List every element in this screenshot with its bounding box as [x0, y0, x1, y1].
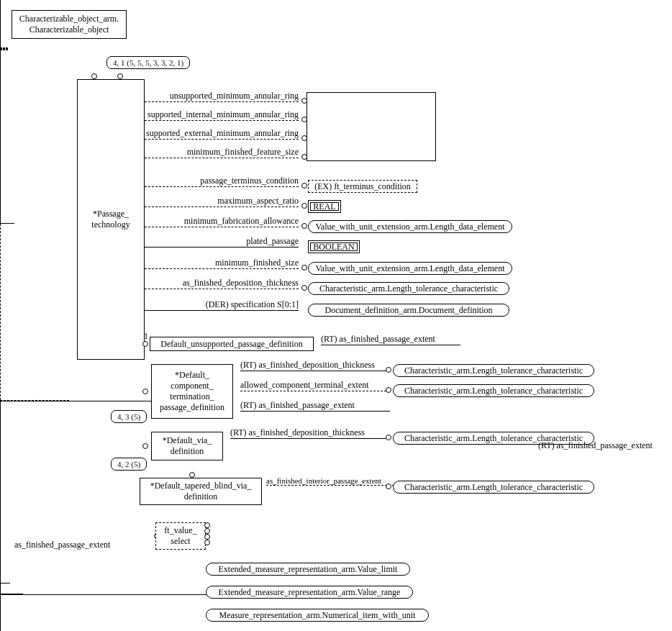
- rel-rt-fin-ext-3: (RT) as_finished_passage_extent: [538, 440, 653, 451]
- page-ref-425: 4, 2 (5): [111, 458, 147, 471]
- entity-characterizable-object-label: Characterizable_object_arm.Characterizab…: [19, 14, 119, 35]
- select-ft-value-select: ft_value_ select: [155, 522, 206, 550]
- optional-marker: [301, 135, 307, 141]
- optional-marker: [301, 285, 307, 291]
- select-marker: [204, 540, 210, 545]
- rel-as-finished-passage-extent-bottom: as_finished_passage_extent: [14, 540, 144, 550]
- inheritance-marker: [142, 443, 148, 449]
- connector: [0, 401, 1, 583]
- type-real-label: REAL: [313, 201, 335, 212]
- length-element-outer: [307, 92, 436, 161]
- type-boolean-label: BOOLEAN: [313, 242, 354, 253]
- optional-marker: [301, 223, 307, 229]
- optional-marker: [301, 117, 307, 122]
- entity-default-comp-term-passage: *Default_ component_ termination_ passag…: [151, 364, 233, 419]
- type-length-tolerance-2-label: Characteristic_arm.Length_tolerance_char…: [404, 366, 583, 376]
- connector: [0, 224, 1, 400]
- optional-marker: [386, 435, 391, 440]
- type-value-range-label: Extended_measure_representation_arm.Valu…: [219, 587, 401, 598]
- optional-marker: [386, 367, 391, 373]
- rel-min-fin-size: minimum_finished_size: [145, 258, 301, 268]
- optional-marker: [386, 387, 391, 393]
- rel-rt-fin-dep-th-2: (RT) as_finished_deposition_thickness: [230, 427, 387, 438]
- optional-marker: [301, 98, 307, 104]
- connector: [0, 595, 1, 631]
- inheritance-marker: [91, 73, 97, 79]
- connector: [0, 50, 8, 50]
- optional-marker: [301, 265, 307, 271]
- type-length-tolerance-3: Characteristic_arm.Length_tolerance_char…: [393, 384, 594, 397]
- entity-default-via-definition: *Default_via_ definition: [151, 432, 223, 460]
- type-real: REAL: [308, 200, 341, 213]
- type-ft-terminus-condition-label: (EX) ft_terminus_condition: [314, 181, 411, 192]
- rel-rt-fin-ext-2: (RT) as_finished_passage_extent: [240, 400, 390, 411]
- connector: [0, 583, 10, 584]
- connector: [0, 0, 1, 37]
- type-value-limit: Extended_measure_representation_arm.Valu…: [206, 563, 410, 576]
- rel-rt-fin-ext-1: (RT) as_finished_passage_extent: [321, 334, 460, 345]
- type-length-tolerance-5-label: Characteristic_arm.Length_tolerance_char…: [404, 482, 583, 493]
- type-ft-terminus-condition: (EX) ft_terminus_condition: [308, 180, 417, 193]
- optional-marker: [386, 484, 391, 489]
- inheritance-marker: [142, 389, 148, 394]
- type-length-tolerance-1-label: Characteristic_arm.Length_tolerance_char…: [319, 283, 498, 294]
- optional-marker: [301, 203, 307, 209]
- type-length-tolerance-2: Characteristic_arm.Length_tolerance_char…: [393, 364, 594, 377]
- type-length-data-element-1: Value_with_unit_extension_arm.Length_dat…: [308, 220, 512, 233]
- type-length-tolerance-5: Characteristic_arm.Length_tolerance_char…: [393, 481, 594, 494]
- type-document-definition-label: Document_definition_arm.Document_definit…: [325, 305, 493, 316]
- inheritance-marker: [142, 341, 148, 347]
- connector: [0, 584, 1, 594]
- select-marker: [204, 528, 210, 534]
- entity-default-tapered-blind-via: *Default_tapered_blind_via_ definition: [140, 478, 262, 505]
- rel-specification: (DER) specification S[0:1]: [145, 299, 301, 310]
- rel-int-passage-extent: as_finished_interior_passage_extent: [266, 476, 394, 485]
- entity-default-tapered-blind-via-label: *Default_tapered_blind_via_ definition: [150, 481, 252, 502]
- type-length-tolerance-1: Characteristic_arm.Length_tolerance_char…: [308, 282, 509, 295]
- optional-marker: [301, 154, 307, 160]
- entity-default-via-definition-label: *Default_via_ definition: [163, 435, 212, 457]
- type-length-tolerance-3-label: Characteristic_arm.Length_tolerance_char…: [404, 386, 583, 396]
- entity-default-unsupported-passage: Default_unsupported_passage_definition: [150, 337, 314, 351]
- rel-rt-fin-dep-th-1: (RT) as_finished_deposition_thickness: [240, 360, 390, 371]
- inheritance-marker: [117, 73, 123, 79]
- entity-passage-technology-label: *Passage_ technology: [91, 209, 130, 230]
- entity-default-unsupported-passage-label: Default_unsupported_passage_definition: [160, 339, 302, 350]
- connector: [0, 37, 1, 47]
- entity-characterizable-object: Characterizable_object_arm.Characterizab…: [12, 10, 127, 39]
- rel-unsupported-min-annular: unsupported_minimum_annular_ring: [145, 91, 301, 101]
- type-length-data-element-2-label: Value_with_unit_extension_arm.Length_dat…: [316, 263, 505, 274]
- type-numerical-item-with-unit: Measure_representation_arm.Numerical_ite…: [206, 609, 429, 622]
- type-length-data-element-2: Value_with_unit_extension_arm.Length_dat…: [308, 262, 512, 275]
- type-length-data-element-1-label: Value_with_unit_extension_arm.Length_dat…: [316, 222, 505, 232]
- type-value-limit-label: Extended_measure_representation_arm.Valu…: [219, 564, 398, 575]
- page-ref-435: 4, 3 (5): [111, 410, 147, 423]
- type-numerical-item-with-unit-label: Measure_representation_arm.Numerical_ite…: [219, 610, 416, 621]
- select-ft-value-select-label: ft_value_ select: [164, 525, 196, 547]
- inheritance-marker: [189, 472, 195, 478]
- optional-marker: [301, 183, 307, 189]
- type-document-definition: Document_definition_arm.Document_definit…: [308, 304, 509, 317]
- rel-supp-int-min-annular: supported_internal_minimum_annular_ring: [145, 109, 301, 120]
- rel-supp-ext-min-annular: supported_external_minimum_annular_ring: [145, 128, 301, 139]
- rel-allowed-term-extent: allowed_component_terminal_extent: [240, 380, 390, 391]
- diagram-canvas: Characterizable_object_arm.Characterizab…: [0, 0, 672, 631]
- connector: [0, 223, 14, 224]
- connector: [0, 50, 1, 223]
- rel-plated-passage: plated_passage: [145, 236, 301, 247]
- entity-default-comp-term-passage-label: *Default_ component_ termination_ passag…: [160, 370, 224, 413]
- select-marker: [204, 522, 210, 528]
- type-value-range: Extended_measure_representation_arm.Valu…: [206, 586, 413, 599]
- page-ref-top: 4, 1 (5, 5, 5, 3, 3, 2, 1): [106, 56, 190, 69]
- rel-as-fin-dep-thick: as_finished_deposition_thickness: [145, 278, 301, 289]
- rel-passage-terminus: passage_terminus_condition: [145, 176, 301, 186]
- type-boolean: BOOLEAN: [308, 240, 360, 253]
- rel-min-fab-allow: minimum_fabrication_allowance: [145, 216, 301, 227]
- entity-passage-technology: *Passage_ technology: [77, 79, 145, 360]
- cardinality-one: 1: [144, 331, 148, 342]
- rel-min-fin-feat: minimum_finished_feature_size: [145, 147, 301, 158]
- select-marker: [204, 534, 210, 540]
- rel-max-aspect: maximum_aspect_ratio: [145, 196, 301, 206]
